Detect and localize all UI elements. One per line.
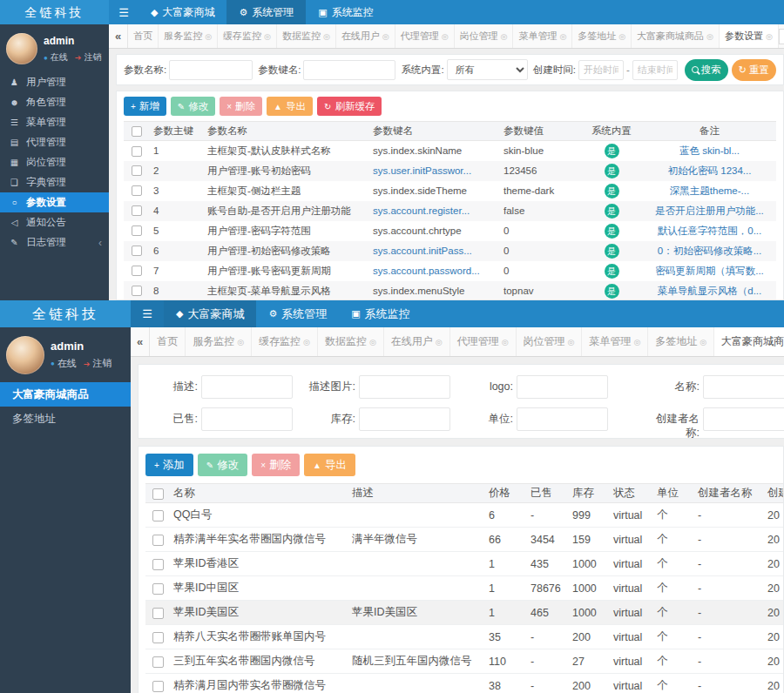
row-checkbox[interactable] [132, 205, 142, 216]
page-tab[interactable]: 大富豪商城商品 ◎ [632, 24, 720, 48]
tab-close-icon[interactable]: ◎ [436, 338, 443, 346]
page-tab[interactable]: 参数设置 ◎ [720, 24, 779, 48]
end-time-input[interactable] [632, 60, 678, 80]
sidebar-item[interactable]: ☰ 菜单管理 [0, 112, 109, 132]
toolbar-button[interactable]: ✎ 修改 [198, 454, 247, 476]
page-tab[interactable]: 菜单管理 ◎ [513, 24, 572, 48]
tab-close-icon[interactable]: ◎ [618, 32, 625, 41]
tab-close-icon[interactable]: ◎ [568, 338, 575, 346]
logout-link[interactable]: 注销 [84, 51, 101, 64]
select-all-checkbox[interactable] [132, 126, 142, 137]
sidebar-toggle-button[interactable]: ☰ [109, 0, 139, 24]
reset-button[interactable]: ↻ 重置 [732, 59, 776, 81]
row-checkbox[interactable] [152, 656, 164, 668]
sidebar-item[interactable]: ◁ 通知公告 [0, 212, 109, 232]
toolbar-button[interactable]: + 添加 [145, 454, 193, 476]
logout-link[interactable]: 注销 [92, 357, 112, 370]
row-checkbox[interactable] [132, 165, 142, 176]
param-remark-link[interactable]: 菜单导航显示风格（d... [643, 281, 776, 301]
tab-scroll-left-button[interactable]: « [131, 327, 150, 356]
row-checkbox[interactable] [152, 510, 164, 521]
page-tab[interactable]: 岗位管理 ◎ [455, 24, 514, 48]
form-field-input[interactable] [517, 407, 608, 431]
sidebar-item[interactable]: ❑ 字典管理 [0, 172, 109, 192]
sidebar-item[interactable]: ○ 参数设置 [0, 192, 109, 212]
sidebar-item[interactable]: ☻ 角色管理 [0, 92, 109, 112]
search-button[interactable]: 搜索 [685, 59, 728, 81]
sidebar-item[interactable]: ▦ 岗位管理 [0, 152, 109, 172]
page-tab[interactable]: 代理管理 ◎ [450, 327, 517, 356]
row-checkbox[interactable] [152, 559, 164, 570]
tab-close-icon[interactable]: ◎ [502, 338, 509, 346]
form-field-input[interactable] [703, 375, 784, 399]
sidebar-item[interactable]: ♟ 用户管理 [0, 72, 109, 92]
tab-close-icon[interactable]: ◎ [700, 338, 706, 346]
page-tab[interactable]: 多签地址 ◎ [648, 327, 714, 356]
page-tab[interactable]: 菜单管理 ◎ [582, 327, 648, 356]
toolbar-button[interactable]: ▲ 导出 [267, 97, 313, 116]
page-tab[interactable]: 缓存监控 ◎ [252, 327, 318, 356]
param-remark-link[interactable]: 默认任意字符范围，0... [643, 221, 776, 241]
sidebar-item[interactable]: 大富豪商城商品 [0, 382, 131, 407]
tab-close-icon[interactable]: ◎ [205, 32, 212, 41]
page-tab[interactable]: 多签地址 ◎ [572, 24, 632, 48]
top-nav-item[interactable]: ▣ 系统监控 [339, 300, 422, 327]
tab-close-icon[interactable]: ◎ [323, 32, 330, 41]
row-checkbox[interactable] [152, 632, 164, 643]
tab-close-icon[interactable]: ◎ [706, 32, 713, 41]
toolbar-button[interactable]: ✎ 修改 [171, 97, 215, 116]
top-nav-item[interactable]: ⚙ 系统管理 [226, 0, 306, 24]
form-field-input[interactable] [359, 407, 450, 431]
page-tab[interactable]: 大富豪商城商品 ◎ [714, 327, 784, 356]
tab-close-icon[interactable]: ◎ [442, 32, 449, 41]
sidebar-toggle-button[interactable]: ☰ [131, 300, 164, 327]
tab-close-icon[interactable]: ◎ [303, 338, 310, 346]
start-time-input[interactable] [578, 60, 624, 80]
row-checkbox[interactable] [132, 286, 142, 296]
page-tab[interactable]: 首页 [128, 24, 159, 48]
sidebar-item[interactable]: ▤ 代理管理 [0, 132, 109, 152]
page-tab[interactable]: 数据监控 ◎ [277, 24, 336, 48]
row-checkbox[interactable] [132, 266, 142, 276]
page-tab[interactable]: 在线用户 ◎ [336, 24, 395, 48]
param-name-input[interactable] [169, 60, 253, 80]
sidebar-item[interactable]: ✎ 日志管理 ‹ [0, 232, 109, 252]
row-checkbox[interactable] [132, 146, 142, 157]
toolbar-button[interactable]: × 删除 [252, 454, 300, 476]
form-field-input[interactable] [201, 375, 293, 399]
toolbar-button[interactable]: ↻ 刷新缓存 [317, 97, 382, 116]
page-tab[interactable]: 岗位管理 ◎ [517, 327, 583, 356]
page-tab[interactable]: 服务监控 ◎ [186, 327, 252, 356]
avatar[interactable] [6, 336, 44, 374]
row-checkbox[interactable] [132, 225, 142, 236]
page-tab[interactable]: 在线用户 ◎ [384, 327, 450, 356]
tab-close-icon[interactable]: ◎ [633, 338, 640, 346]
form-field-input[interactable] [703, 407, 784, 431]
param-remark-link[interactable]: 深黑主题theme-... [643, 181, 776, 201]
param-remark-link[interactable]: 初始化密码 1234... [643, 161, 776, 181]
row-checkbox[interactable] [132, 185, 142, 196]
top-nav-item[interactable]: ◆ 大富豪商城 [139, 0, 226, 24]
tab-close-icon[interactable]: ◎ [766, 32, 773, 41]
tab-close-icon[interactable]: ◎ [559, 32, 566, 41]
toolbar-button[interactable]: × 删除 [220, 97, 262, 116]
top-nav-item[interactable]: ▣ 系统监控 [306, 0, 385, 24]
row-checkbox[interactable] [152, 583, 164, 595]
toolbar-button[interactable]: ▲ 导出 [304, 454, 355, 476]
top-nav-item[interactable]: ◆ 大富豪商城 [164, 300, 256, 327]
param-remark-link[interactable]: 蓝色 skin-bl... [643, 141, 776, 161]
row-checkbox[interactable] [152, 608, 164, 619]
tab-close-icon[interactable]: ◎ [382, 32, 389, 41]
top-nav-item[interactable]: ⚙ 系统管理 [256, 300, 339, 327]
select-all-checkbox[interactable] [152, 488, 164, 500]
avatar[interactable] [6, 33, 37, 64]
param-remark-link[interactable]: 密码更新周期（填写数... [643, 261, 776, 281]
row-checkbox[interactable] [132, 246, 142, 256]
sidebar-item[interactable]: 多签地址 [0, 407, 131, 431]
page-tab[interactable]: 数据监控 ◎ [318, 327, 384, 356]
toolbar-button[interactable]: + 新增 [124, 97, 166, 116]
tab-close-icon[interactable]: ◎ [501, 32, 508, 41]
form-field-input[interactable] [201, 407, 293, 431]
param-remark-link[interactable]: 0：初始密码修改策略... [643, 241, 776, 261]
tab-overflow-button[interactable] [779, 29, 784, 44]
